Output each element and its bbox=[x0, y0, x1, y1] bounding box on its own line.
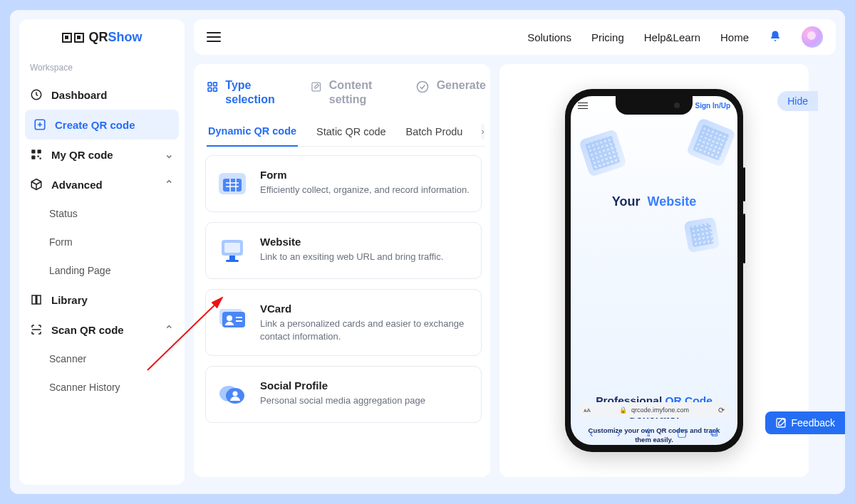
svg-rect-2 bbox=[31, 149, 35, 153]
svg-rect-14 bbox=[223, 179, 242, 191]
qr-type-tabs: Dynamic QR code Static QR code Batch Pro… bbox=[205, 117, 486, 147]
sidebar-item-my-qr[interactable]: My QR code ⌄ bbox=[19, 140, 185, 169]
svg-rect-16 bbox=[224, 243, 240, 253]
bell-icon[interactable] bbox=[769, 29, 782, 46]
step-label: Type selection bbox=[225, 78, 289, 107]
edit-icon bbox=[775, 417, 787, 429]
sidebar: QRShow Workspace Dashboard Create QR cod… bbox=[19, 19, 185, 485]
sidebar-sub-form[interactable]: Form bbox=[19, 228, 185, 256]
type-card-form[interactable]: FormEfficiently collect, organize, and r… bbox=[205, 155, 482, 212]
type-desc: Efficiently collect, organize, and recor… bbox=[260, 184, 470, 196]
dashboard-icon bbox=[30, 88, 43, 101]
svg-rect-9 bbox=[208, 88, 212, 91]
feedback-button[interactable]: Feedback bbox=[765, 411, 845, 434]
type-card-vcard[interactable]: VCardLink a personalized cards and easie… bbox=[205, 289, 482, 356]
tab-dynamic[interactable]: Dynamic QR code bbox=[207, 117, 298, 147]
svg-rect-4 bbox=[31, 156, 35, 159]
sidebar-item-advanced[interactable]: Advanced ⌃ bbox=[19, 169, 185, 199]
tab-static[interactable]: Static QR code bbox=[315, 117, 388, 146]
nav-label: Scan QR code bbox=[51, 324, 124, 336]
type-desc: Personal social media aggregation page bbox=[260, 394, 425, 407]
type-card-website[interactable]: WebsiteLink to an exsiting web URL and b… bbox=[205, 222, 482, 279]
tab-batch[interactable]: Batch Produ bbox=[405, 117, 465, 146]
phone-hero-title: Your Website bbox=[571, 194, 737, 209]
nav-solutions[interactable]: Solutions bbox=[527, 31, 571, 43]
vcard-icon bbox=[217, 303, 247, 332]
type-title: Website bbox=[260, 236, 443, 248]
svg-rect-7 bbox=[208, 83, 212, 86]
sidebar-item-library[interactable]: Library bbox=[19, 285, 185, 315]
decor-cube-icon bbox=[686, 117, 736, 167]
avatar[interactable] bbox=[802, 26, 823, 48]
phone-screen: Sign In/Up Your Website Professional QR … bbox=[571, 96, 737, 445]
chevron-up-icon: ⌃ bbox=[165, 323, 174, 336]
edit-icon bbox=[311, 80, 321, 94]
type-title: VCard bbox=[260, 303, 470, 315]
type-title: Social Profile bbox=[260, 379, 425, 392]
phone-safari-actions: ‹ › ⇪ ▢ ⧉ bbox=[578, 426, 730, 439]
step-type-selection[interactable]: Type selection bbox=[207, 78, 289, 107]
book-icon bbox=[30, 293, 43, 306]
step-generate[interactable]: Generate bbox=[415, 78, 486, 94]
cube-icon bbox=[30, 178, 43, 191]
sidebar-sub-landing[interactable]: Landing Page bbox=[19, 256, 185, 285]
decor-cube-icon bbox=[579, 129, 627, 177]
nav-home[interactable]: Home bbox=[720, 31, 749, 43]
sidebar-item-dashboard[interactable]: Dashboard bbox=[19, 80, 185, 110]
feedback-label: Feedback bbox=[792, 417, 835, 429]
type-list[interactable]: FormEfficiently collect, organize, and r… bbox=[205, 155, 486, 433]
bookmarks-icon: ▢ bbox=[677, 426, 687, 439]
hide-button[interactable]: Hide bbox=[777, 91, 818, 111]
nav-pricing[interactable]: Pricing bbox=[591, 31, 624, 43]
svg-rect-11 bbox=[312, 83, 321, 91]
sidebar-sub-scanner[interactable]: Scanner bbox=[19, 345, 185, 373]
svg-rect-23 bbox=[236, 320, 242, 322]
content-panel: Type selection Content setting Generate … bbox=[194, 64, 490, 477]
menu-icon[interactable] bbox=[207, 32, 221, 42]
phone-url-bar: 🔒qrcode.imyfone.com bbox=[578, 402, 730, 418]
decor-cube-icon bbox=[684, 217, 720, 253]
svg-rect-6 bbox=[40, 158, 41, 159]
step-content-setting[interactable]: Content setting bbox=[311, 78, 393, 107]
sidebar-item-scan[interactable]: Scan QR code ⌃ bbox=[19, 315, 185, 345]
phone-mockup: Sign In/Up Your Website Professional QR … bbox=[565, 89, 743, 452]
type-desc: Link to an exsiting web URL and bring tr… bbox=[260, 251, 443, 263]
svg-rect-22 bbox=[236, 317, 242, 318]
nav-label: Library bbox=[51, 294, 88, 306]
qr-logo-icon bbox=[62, 33, 84, 43]
grid-icon bbox=[207, 80, 218, 94]
sidebar-sub-scanner-history[interactable]: Scanner History bbox=[19, 373, 185, 401]
logo-text-show: Show bbox=[108, 30, 142, 45]
step-label: Content setting bbox=[329, 78, 394, 107]
svg-rect-18 bbox=[226, 260, 239, 262]
svg-rect-17 bbox=[229, 256, 235, 260]
sidebar-item-create-qr[interactable]: Create QR code bbox=[25, 110, 179, 140]
type-title: Form bbox=[260, 169, 470, 181]
phone-signin: Sign In/Up bbox=[695, 102, 730, 110]
svg-rect-3 bbox=[38, 149, 41, 153]
type-card-social[interactable]: Social ProfilePersonal social media aggr… bbox=[205, 366, 482, 423]
type-desc: Link a personalized cards and easier to … bbox=[260, 317, 470, 342]
svg-point-12 bbox=[417, 82, 428, 93]
share-icon: ⇪ bbox=[644, 426, 653, 439]
chevron-up-icon: ⌃ bbox=[165, 178, 174, 191]
nav-label: Create QR code bbox=[55, 119, 135, 131]
svg-point-21 bbox=[227, 315, 232, 321]
nav-label: Advanced bbox=[51, 179, 103, 191]
check-icon bbox=[415, 80, 430, 94]
logo[interactable]: QRShow bbox=[19, 19, 185, 52]
forward-icon: › bbox=[617, 427, 621, 439]
topbar: Solutions Pricing Help&Learn Home bbox=[194, 19, 836, 55]
svg-rect-10 bbox=[214, 88, 217, 91]
back-icon: ‹ bbox=[590, 427, 594, 439]
tabs-icon: ⧉ bbox=[710, 426, 718, 439]
wizard-steps: Type selection Content setting Generate bbox=[205, 75, 486, 117]
preview-panel: Hide Sign In/Up Your Website Professiona… bbox=[499, 64, 809, 477]
workspace-label: Workspace bbox=[19, 52, 185, 80]
phone-notch bbox=[616, 96, 693, 115]
tabs-scroll-right[interactable]: › bbox=[481, 124, 484, 140]
sidebar-sub-status[interactable]: Status bbox=[19, 199, 185, 228]
create-icon bbox=[33, 118, 46, 131]
nav-help[interactable]: Help&Learn bbox=[644, 31, 700, 43]
scan-icon bbox=[30, 323, 43, 336]
